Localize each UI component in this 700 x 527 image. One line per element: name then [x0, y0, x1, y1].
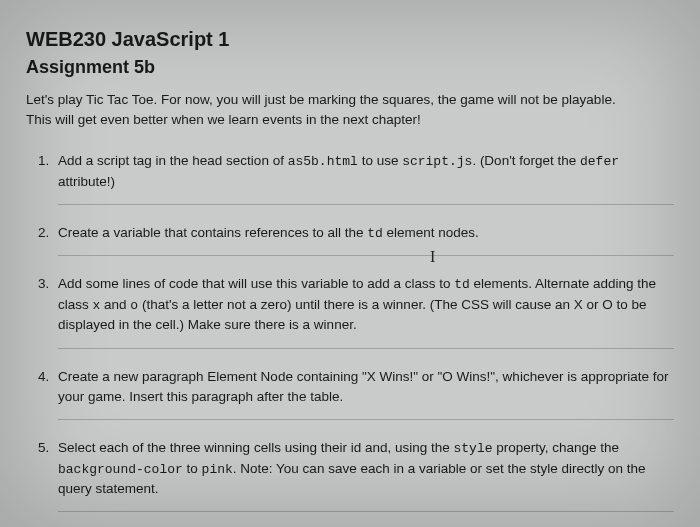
intro-line-1: Let's play Tic Tac Toe. For now, you wil…: [26, 92, 616, 107]
code-filename: script.js: [402, 154, 472, 169]
list-number: 5.: [38, 438, 49, 458]
list-text: Add some lines of code that will use thi…: [58, 276, 454, 291]
list-text: . (Don't forget the: [472, 153, 580, 168]
code-property: background-color: [58, 462, 183, 477]
instruction-list: 1. Add a script tag in the head section …: [26, 151, 674, 512]
code-filename: as5b.html: [288, 154, 358, 169]
list-text: Add a script tag in the head section of: [58, 153, 288, 168]
list-item: 5. Select each of the three winning cell…: [58, 438, 674, 512]
list-number: 4.: [38, 367, 49, 387]
list-text: and: [100, 297, 130, 312]
intro-line-2: This will get even better when we learn …: [26, 112, 421, 127]
list-text: Create a variable that contains referenc…: [58, 225, 367, 240]
list-text: attribute!): [58, 174, 115, 189]
code-class: o: [130, 298, 138, 313]
list-number: 1.: [38, 151, 49, 171]
list-text: Select each of the three winning cells u…: [58, 440, 454, 455]
list-text: to use: [358, 153, 402, 168]
list-text: element nodes.: [383, 225, 479, 240]
list-text: Create a new paragraph Element Node cont…: [58, 369, 668, 404]
assignment-title: Assignment 5b: [26, 57, 674, 78]
code-element: td: [454, 277, 470, 292]
code-value: pink: [202, 462, 233, 477]
list-item: 2. Create a variable that contains refer…: [58, 223, 674, 257]
list-number: 3.: [38, 274, 49, 294]
code-property: style: [454, 441, 493, 456]
list-item: 1. Add a script tag in the head section …: [58, 151, 674, 205]
course-title: WEB230 JavaScript 1: [26, 28, 674, 51]
list-text: to: [183, 461, 202, 476]
code-element: td: [367, 226, 383, 241]
list-text: (that's a letter not a zero) until there…: [58, 297, 647, 333]
list-number: 2.: [38, 223, 49, 243]
intro-paragraph: Let's play Tic Tac Toe. For now, you wil…: [26, 90, 674, 129]
list-text: property, change the: [493, 440, 620, 455]
list-item: 3. Add some lines of code that will use …: [58, 274, 674, 348]
list-item: 4. Create a new paragraph Element Node c…: [58, 367, 674, 421]
code-keyword: defer: [580, 154, 619, 169]
